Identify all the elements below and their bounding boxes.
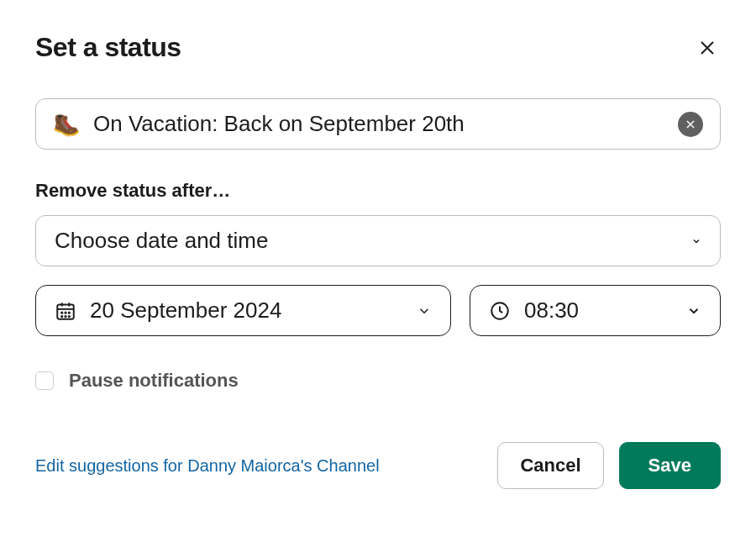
chevron-down-icon xyxy=(691,236,701,246)
date-picker[interactable]: 20 September 2024 xyxy=(35,285,451,336)
time-picker[interactable]: 08:30 xyxy=(470,285,721,336)
close-button[interactable] xyxy=(694,34,721,61)
calendar-icon xyxy=(55,300,76,322)
time-value: 08:30 xyxy=(524,297,673,324)
pause-notifications-label: Pause notifications xyxy=(69,370,239,392)
clock-icon xyxy=(489,300,511,322)
svg-point-6 xyxy=(69,312,70,313)
cancel-button[interactable]: Cancel xyxy=(497,442,603,489)
duration-dropdown[interactable]: Choose date and time xyxy=(35,215,721,266)
save-button[interactable]: Save xyxy=(619,442,721,489)
status-emoji-icon[interactable]: 🥾 xyxy=(53,113,80,135)
status-input-container[interactable]: 🥾 xyxy=(35,98,721,150)
chevron-down-icon xyxy=(686,303,701,318)
close-icon xyxy=(697,38,717,58)
date-value: 20 September 2024 xyxy=(90,297,403,324)
svg-point-4 xyxy=(61,312,62,313)
svg-point-8 xyxy=(65,315,66,316)
clear-icon xyxy=(685,118,696,130)
status-text-input[interactable] xyxy=(93,111,664,137)
duration-dropdown-text: Choose date and time xyxy=(55,228,268,254)
clear-status-button[interactable] xyxy=(678,112,703,137)
svg-point-7 xyxy=(61,315,62,316)
remove-after-label: Remove status after… xyxy=(35,180,721,202)
dialog-title: Set a status xyxy=(35,32,181,63)
edit-suggestions-link[interactable]: Edit suggestions for Danny Maiorca's Cha… xyxy=(35,456,380,476)
chevron-down-icon xyxy=(417,303,432,318)
svg-point-9 xyxy=(69,315,70,316)
svg-point-5 xyxy=(65,312,66,313)
pause-notifications-checkbox[interactable] xyxy=(35,371,54,390)
